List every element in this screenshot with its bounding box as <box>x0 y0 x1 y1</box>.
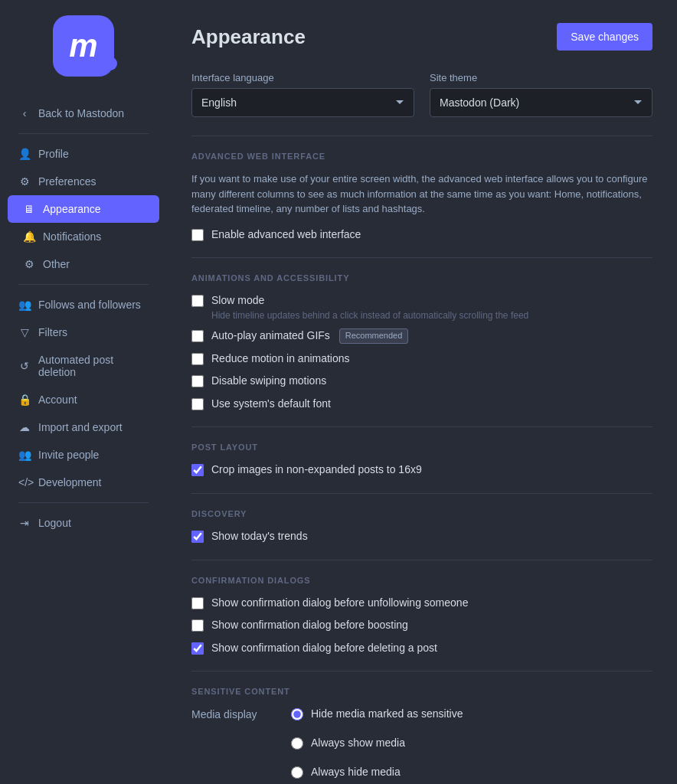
crop-images-checkbox[interactable] <box>191 464 204 476</box>
divider-6 <box>191 671 652 671</box>
preferences-icon: ⚙ <box>18 175 31 188</box>
theme-label: Site theme <box>430 72 652 83</box>
disable-swiping-checkbox[interactable] <box>191 375 204 387</box>
sidebar-item-invite-label: Invite people <box>38 449 99 461</box>
sidebar-item-profile[interactable]: 👤 Profile <box>8 140 159 168</box>
theme-select[interactable]: Mastodon (Dark) Mastodon (Light) High Co… <box>430 88 652 117</box>
system-font-checkbox[interactable] <box>191 398 204 410</box>
crop-images-row: Crop images in non-expanded posts to 16x… <box>191 462 652 478</box>
autoplay-label: Auto-play animated GIFs Recommended <box>211 328 408 344</box>
logo-letter: m <box>69 30 97 62</box>
enable-advanced-checkbox[interactable] <box>191 229 204 241</box>
sidebar-item-back-label: Back to Mastodon <box>38 107 124 119</box>
sidebar-item-automated-label: Automated post deletion <box>38 354 149 378</box>
radio-hide-sensitive-row: Hide media marked as sensitive <box>291 707 463 722</box>
filters-icon: ▽ <box>18 326 31 338</box>
reduce-motion-checkbox[interactable] <box>191 353 204 365</box>
language-select[interactable]: English Español Français Deutsch 日本語 <box>191 88 414 117</box>
sidebar-item-filters[interactable]: ▽ Filters <box>8 318 159 346</box>
logout-icon: ⇥ <box>18 517 31 529</box>
radio-hide-sensitive-label: Hide media marked as sensitive <box>311 707 463 722</box>
unfollow-confirm-label: Show confirmation dialog before unfollow… <box>211 596 468 611</box>
boost-confirm-checkbox[interactable] <box>191 619 204 632</box>
sidebar-item-automated[interactable]: ↺ Automated post deletion <box>8 346 159 386</box>
divider-2 <box>191 257 652 258</box>
sidebar-item-development-label: Development <box>38 476 102 488</box>
sidebar-divider-3 <box>18 502 149 503</box>
media-display-label: Media display <box>191 707 276 784</box>
sidebar-divider-2 <box>18 284 149 285</box>
disable-swiping-row: Disable swiping motions <box>191 374 652 389</box>
sidebar-item-notifications-label: Notifications <box>43 230 101 243</box>
unfollow-confirm-row: Show confirmation dialog before unfollow… <box>191 596 652 611</box>
logo: m <box>53 15 114 77</box>
sidebar-item-development[interactable]: </> Development <box>8 469 159 496</box>
recommended-badge: Recommended <box>339 328 409 343</box>
page-title: Appearance <box>191 25 306 49</box>
back-icon: ‹ <box>18 107 31 119</box>
sidebar-item-other-label: Other <box>43 258 70 270</box>
confirmation-section-title: CONFIRMATION DIALOGS <box>191 576 652 585</box>
radio-always-show-row: Always show media <box>291 736 463 751</box>
show-trends-label: Show today's trends <box>211 529 308 544</box>
sidebar-item-import[interactable]: ☁ Import and export <box>8 413 159 441</box>
system-font-label: Use system's default font <box>211 397 331 412</box>
sidebar-divider-1 <box>18 133 149 134</box>
disable-swiping-label: Disable swiping motions <box>211 374 326 389</box>
boost-confirm-row: Show confirmation dialog before boosting <box>191 618 652 633</box>
divider-5 <box>191 560 652 560</box>
sidebar-item-follows[interactable]: 👥 Follows and followers <box>8 291 159 318</box>
radio-always-hide[interactable] <box>291 766 303 779</box>
advanced-web-section-title: ADVANCED WEB INTERFACE <box>191 152 652 161</box>
sidebar-item-back[interactable]: ‹ Back to Mastodon <box>8 100 159 127</box>
invite-icon: 👥 <box>18 449 31 461</box>
slow-mode-text: Slow mode Hide timeline updates behind a… <box>211 293 528 321</box>
enable-advanced-row: Enable advanced web interface <box>191 227 652 243</box>
sidebar-item-profile-label: Profile <box>38 148 69 160</box>
sidebar-nav: ‹ Back to Mastodon 👤 Profile ⚙ Preferenc… <box>0 100 167 537</box>
sidebar-item-appearance[interactable]: 🖥 Appearance <box>8 195 159 223</box>
post-layout-section-title: POST LAYOUT <box>191 443 652 452</box>
main-header: Appearance Save changes <box>191 23 652 51</box>
discovery-section-title: DISCOVERY <box>191 509 652 518</box>
reduce-motion-label: Reduce motion in animations <box>211 351 350 367</box>
sidebar-item-appearance-label: Appearance <box>43 203 101 215</box>
radio-always-show-label: Always show media <box>311 736 405 751</box>
sidebar-item-preferences-label: Preferences <box>38 175 96 188</box>
delete-confirm-label: Show confirmation dialog before deleting… <box>211 641 437 656</box>
profile-icon: 👤 <box>18 148 31 160</box>
crop-images-label: Crop images in non-expanded posts to 16x… <box>211 462 422 478</box>
sidebar-item-account[interactable]: 🔒 Account <box>8 386 159 413</box>
slow-mode-checkbox[interactable] <box>191 295 204 307</box>
unfollow-confirm-checkbox[interactable] <box>191 597 204 609</box>
radio-always-hide-label: Always hide media <box>311 765 401 780</box>
slow-mode-row: Slow mode Hide timeline updates behind a… <box>191 293 652 321</box>
enable-advanced-label: Enable advanced web interface <box>211 227 361 243</box>
media-display-radio-group: Hide media marked as sensitive Always sh… <box>291 707 463 784</box>
sidebar-item-logout[interactable]: ⇥ Logout <box>8 509 159 537</box>
sidebar-item-notifications[interactable]: 🔔 Notifications <box>8 223 159 250</box>
autoplay-row: Auto-play animated GIFs Recommended <box>191 328 652 344</box>
save-changes-button-top[interactable]: Save changes <box>557 23 652 51</box>
system-font-row: Use system's default font <box>191 397 652 412</box>
delete-confirm-checkbox[interactable] <box>191 642 204 655</box>
development-icon: </> <box>18 476 31 488</box>
autoplay-checkbox[interactable] <box>191 330 204 342</box>
sidebar: m ‹ Back to Mastodon 👤 Profile ⚙ Prefere… <box>0 0 167 784</box>
main-content: Appearance Save changes Interface langua… <box>167 0 677 784</box>
sidebar-item-invite[interactable]: 👥 Invite people <box>8 441 159 469</box>
media-display-row: Media display Hide media marked as sensi… <box>191 707 652 784</box>
sensitive-section-title: SENSITIVE CONTENT <box>191 687 652 696</box>
sidebar-item-follows-label: Follows and followers <box>38 299 141 311</box>
import-icon: ☁ <box>18 421 31 433</box>
sidebar-item-preferences[interactable]: ⚙ Preferences <box>8 168 159 195</box>
delete-confirm-row: Show confirmation dialog before deleting… <box>191 641 652 656</box>
sidebar-item-account-label: Account <box>38 394 77 406</box>
advanced-web-description: If you want to make use of your entire s… <box>191 172 652 217</box>
sidebar-item-other[interactable]: ⚙ Other <box>8 250 159 278</box>
radio-hide-sensitive[interactable] <box>291 708 303 720</box>
show-trends-checkbox[interactable] <box>191 531 204 543</box>
logo-tail <box>103 57 117 70</box>
sidebar-item-import-label: Import and export <box>38 421 123 433</box>
radio-always-show[interactable] <box>291 737 303 750</box>
